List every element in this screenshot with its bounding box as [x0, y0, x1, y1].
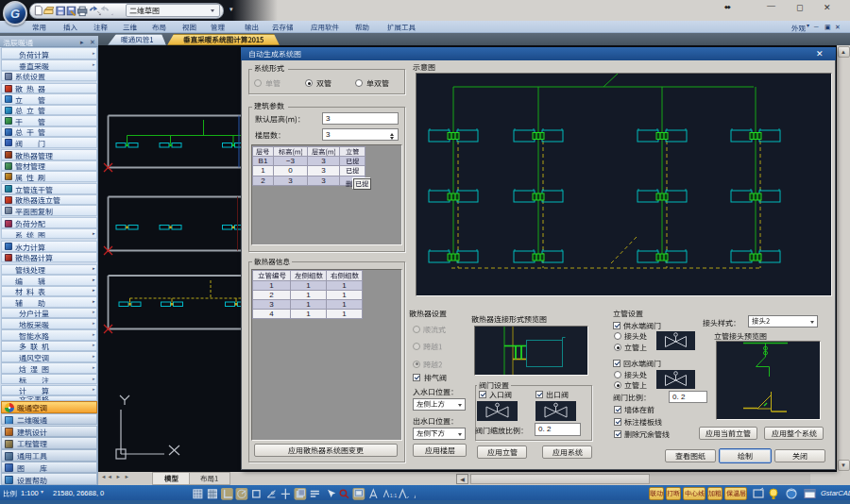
svg-text:1:1: 1:1	[390, 492, 398, 497]
